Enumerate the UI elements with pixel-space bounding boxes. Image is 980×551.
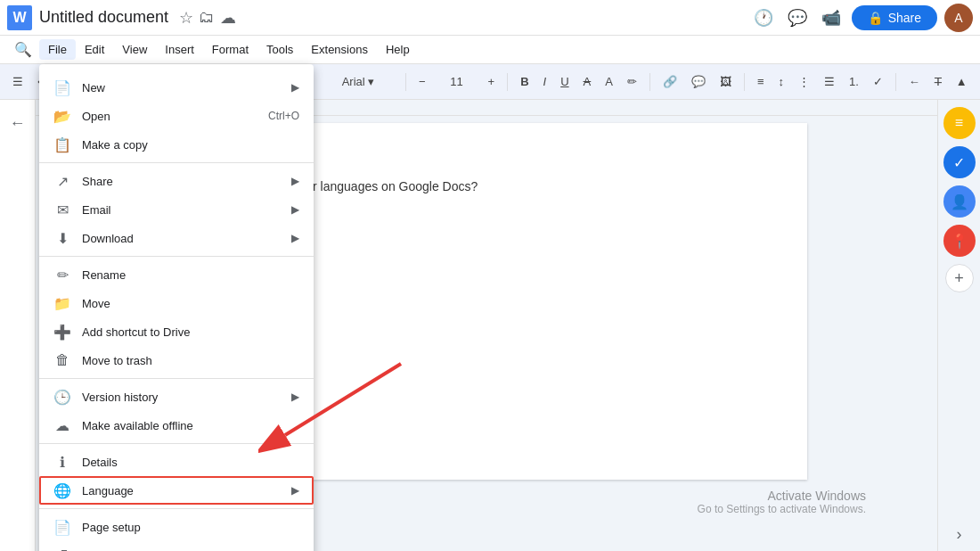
menu-bar: 🔍 File Edit View Insert Format Tools Ext… [0, 36, 980, 64]
menu-section-5: ℹ Details 🌐 Language ▶ [39, 444, 314, 509]
toolbar-clear-format[interactable]: T̶ [929, 71, 947, 92]
print-icon: 🖨 [53, 547, 71, 551]
version-history-icon: 🕒 [53, 388, 71, 406]
toolbar-menu-icon[interactable]: ☰ [7, 71, 29, 92]
menu-item-email[interactable]: ✉ Email ▶ [39, 195, 314, 224]
toolbar-font-size[interactable]: 11 [435, 71, 479, 92]
toolbar-link[interactable]: 🔗 [657, 71, 682, 92]
search-icon[interactable]: 🔍 [7, 34, 39, 65]
toolbar-font-plus[interactable]: + [483, 71, 501, 92]
toolbar-sep-6 [744, 73, 745, 91]
menu-item-move[interactable]: 📁 Move [39, 289, 314, 317]
sidebar-right: ≡ ✓ 👤 📍 + › [937, 100, 980, 551]
lock-icon: 🔒 [868, 11, 883, 25]
toolbar-align[interactable]: ≡ [752, 71, 770, 92]
add-shortcut-icon: ➕ [53, 323, 71, 341]
toolbar-numbered-list[interactable]: 1. [844, 71, 864, 92]
sidebar-add-icon[interactable]: + [945, 264, 974, 292]
toolbar-bold[interactable]: B [515, 71, 534, 92]
toolbar-expand[interactable]: ▲ [951, 71, 973, 92]
details-icon: ℹ [53, 453, 71, 471]
folder-icon[interactable]: 🗂 [199, 8, 215, 27]
move-icon: 📁 [53, 294, 71, 312]
sidebar-right-icon-2[interactable]: ✓ [943, 146, 976, 178]
menu-help[interactable]: Help [377, 39, 419, 60]
comment-icon[interactable]: 💬 [784, 4, 811, 31]
menu-tools[interactable]: Tools [257, 39, 302, 60]
menu-section-6: 📄 Page setup 🖨 Print Ctrl+P [39, 509, 314, 551]
rename-icon: ✏ [53, 266, 71, 284]
menu-edit[interactable]: Edit [76, 39, 113, 60]
toolbar-checklist[interactable]: ✓ [868, 71, 888, 92]
menu-item-open[interactable]: 📂 Open Ctrl+O [39, 102, 314, 130]
doc-icon: W [7, 5, 32, 30]
share-icon: ↗ [53, 172, 71, 190]
share-button[interactable]: 🔒 Share [852, 5, 937, 30]
toolbar-spacing[interactable]: ↕ [773, 71, 790, 92]
title-icons: ☆ 🗂 ☁ [179, 8, 236, 28]
toolbar-highlight[interactable]: ✏ [622, 71, 642, 92]
menu-file[interactable]: File [39, 39, 76, 60]
menu-view[interactable]: View [113, 39, 156, 60]
toolbar-comment[interactable]: 💬 [686, 71, 711, 92]
copy-icon: 📋 [53, 136, 71, 153]
sidebar-left: ← [0, 100, 36, 551]
menu-item-download[interactable]: ⬇ Download ▶ [39, 224, 314, 252]
toolbar-text-color[interactable]: A [600, 71, 618, 92]
new-icon: 📄 [53, 78, 71, 96]
toolbar-columns[interactable]: ⋮ [793, 71, 815, 92]
menu-section-2: ↗ Share ▶ ✉ Email ▶ ⬇ Download ▶ [39, 163, 314, 257]
star-icon[interactable]: ☆ [179, 8, 193, 28]
sidebar-right-icon-3[interactable]: 👤 [943, 185, 976, 218]
toolbar-list[interactable]: ☰ [819, 71, 840, 92]
menu-section-1: 📄 New ▶ 📂 Open Ctrl+O 📋 Make a copy [39, 70, 314, 163]
toolbar-font-select[interactable]: Arial ▾ [318, 71, 398, 92]
menu-item-language[interactable]: 🌐 Language ▶ [39, 476, 314, 505]
menu-item-new[interactable]: 📄 New ▶ [39, 73, 314, 102]
title-bar-left: W Untitled document ☆ 🗂 ☁ [7, 5, 236, 30]
toolbar-italic[interactable]: I [538, 71, 552, 92]
menu-item-print[interactable]: 🖨 Print Ctrl+P [39, 541, 314, 551]
menu-format[interactable]: Format [203, 39, 257, 60]
toolbar-sep-5 [649, 73, 650, 91]
title-bar: W Untitled document ☆ 🗂 ☁ 🕐 💬 📹 🔒 Share … [0, 0, 980, 36]
offline-icon: ☁ [53, 416, 71, 434]
menu-item-make-copy[interactable]: 📋 Make a copy [39, 130, 314, 159]
toolbar-image[interactable]: 🖼 [715, 71, 737, 92]
toolbar-font-minus[interactable]: − [413, 71, 431, 92]
menu-section-3: ✏ Rename 📁 Move ➕ Add shortcut to Drive … [39, 257, 314, 379]
toolbar-indent-decrease[interactable]: ← [903, 71, 926, 92]
title-bar-right: 🕐 💬 📹 🔒 Share A [750, 4, 973, 32]
toolbar-strikethrough[interactable]: A [578, 71, 597, 92]
toolbar-sep-4 [507, 73, 508, 91]
cloud-icon[interactable]: ☁ [220, 8, 236, 28]
menu-section-4: 🕒 Version history ▶ ☁ Make available off… [39, 379, 314, 444]
sidebar-expand-icon[interactable]: › [957, 525, 962, 544]
page-setup-icon: 📄 [53, 518, 71, 536]
toolbar-sep-3 [405, 73, 406, 91]
menu-item-version-history[interactable]: 🕒 Version history ▶ [39, 382, 314, 411]
menu-extensions[interactable]: Extensions [302, 39, 377, 60]
avatar[interactable]: A [944, 4, 973, 32]
menu-item-rename[interactable]: ✏ Rename [39, 260, 314, 289]
sidebar-right-icon-4[interactable]: 📍 [943, 225, 976, 257]
menu-item-add-shortcut[interactable]: ➕ Add shortcut to Drive [39, 317, 314, 346]
sidebar-right-icon-1[interactable]: ≡ [943, 107, 976, 139]
menu-insert[interactable]: Insert [156, 39, 203, 60]
toolbar-sep-7 [895, 73, 896, 91]
menu-item-move-trash[interactable]: 🗑 Move to trash [39, 346, 314, 374]
menu-item-page-setup[interactable]: 📄 Page setup [39, 513, 314, 541]
history-icon[interactable]: 🕐 [750, 4, 777, 31]
sidebar-back-icon[interactable]: ← [3, 107, 33, 140]
language-icon: 🌐 [53, 481, 71, 499]
doc-title: Untitled document [39, 8, 168, 27]
menu-item-details[interactable]: ℹ Details [39, 448, 314, 476]
video-icon[interactable]: 📹 [818, 4, 845, 31]
open-icon: 📂 [53, 107, 71, 125]
toolbar-underline[interactable]: U [555, 71, 574, 92]
menu-item-share[interactable]: ↗ Share ▶ [39, 167, 314, 195]
menu-item-offline[interactable]: ☁ Make available offline [39, 411, 314, 440]
trash-icon: 🗑 [53, 351, 71, 369]
dropdown-menu: 📄 New ▶ 📂 Open Ctrl+O 📋 Make a copy ↗ Sh… [39, 64, 314, 551]
email-icon: ✉ [53, 201, 71, 218]
